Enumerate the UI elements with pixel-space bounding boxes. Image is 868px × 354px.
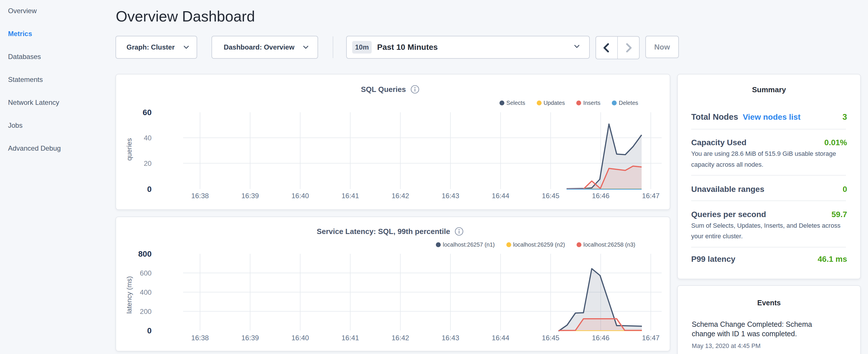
- svg-text:60: 60: [143, 108, 152, 117]
- svg-text:16:46: 16:46: [592, 192, 610, 200]
- svg-text:16:43: 16:43: [442, 334, 459, 342]
- svg-text:16:41: 16:41: [342, 334, 359, 342]
- svg-text:16:43: 16:43: [442, 192, 459, 200]
- svg-text:16:44: 16:44: [492, 334, 509, 342]
- svg-text:16:42: 16:42: [392, 334, 409, 342]
- svg-text:16:38: 16:38: [191, 192, 209, 200]
- svg-text:16:47: 16:47: [642, 334, 659, 342]
- svg-text:400: 400: [140, 288, 152, 296]
- svg-text:16:38: 16:38: [191, 334, 209, 342]
- svg-text:16:40: 16:40: [291, 334, 309, 342]
- svg-text:40: 40: [144, 134, 152, 142]
- svg-text:16:41: 16:41: [342, 192, 359, 200]
- svg-text:0: 0: [147, 185, 152, 194]
- svg-text:200: 200: [140, 308, 152, 315]
- svg-text:16:39: 16:39: [241, 334, 259, 342]
- svg-text:16:44: 16:44: [492, 192, 509, 200]
- svg-text:16:39: 16:39: [241, 192, 259, 200]
- svg-text:16:42: 16:42: [392, 192, 409, 200]
- svg-text:800: 800: [138, 250, 152, 258]
- svg-text:16:40: 16:40: [291, 192, 309, 200]
- svg-text:0: 0: [147, 326, 152, 335]
- svg-text:20: 20: [144, 160, 152, 167]
- svg-text:16:45: 16:45: [542, 192, 559, 200]
- svg-text:16:45: 16:45: [542, 334, 559, 342]
- svg-text:600: 600: [140, 269, 152, 277]
- svg-text:16:46: 16:46: [592, 334, 610, 342]
- svg-text:16:47: 16:47: [642, 192, 659, 200]
